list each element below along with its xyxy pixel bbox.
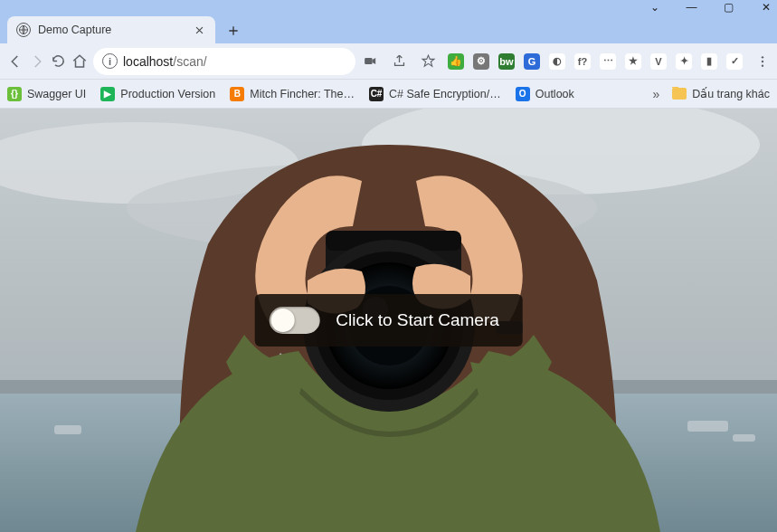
omnibox[interactable]: i localhost/scan/ bbox=[93, 48, 355, 75]
site-info-icon[interactable]: i bbox=[102, 53, 118, 69]
bookmarks-overflow-button[interactable]: » bbox=[652, 87, 659, 101]
extension-green-thumb[interactable]: 👍 bbox=[448, 53, 464, 70]
tabstrip: Demo Capture bbox=[0, 14, 777, 43]
toolbar-right: 👍⚙bwG◐f?⋯★V✦▮✓ bbox=[361, 52, 772, 71]
tab-title: Demo Capture bbox=[38, 24, 111, 36]
camera-toggle-label: Click to Start Camera bbox=[336, 310, 499, 330]
svg-point-3 bbox=[762, 60, 763, 62]
window-close-button[interactable]: ✕ bbox=[760, 2, 772, 14]
bookmark-star-icon[interactable] bbox=[419, 52, 437, 71]
extension-translate[interactable]: G bbox=[524, 53, 540, 70]
nav-home-button[interactable] bbox=[71, 49, 88, 74]
svg-rect-1 bbox=[365, 58, 373, 64]
extension-avast[interactable]: ✓ bbox=[726, 53, 743, 70]
bookmark-swagger-label: Swagger UI bbox=[27, 88, 86, 100]
extension-similarweb[interactable]: ◐ bbox=[549, 53, 565, 70]
extension-bw[interactable]: bw bbox=[498, 53, 515, 70]
omnibox-host: localhost bbox=[123, 54, 173, 69]
bookmark-csharp-icon: C# bbox=[369, 87, 384, 101]
other-bookmarks[interactable]: Dấu trang khác bbox=[672, 87, 770, 100]
camera-toggle[interactable] bbox=[269, 307, 319, 334]
share-icon[interactable] bbox=[390, 52, 408, 71]
bookmark-mitch-icon: B bbox=[230, 87, 244, 101]
tab-close-button[interactable] bbox=[192, 23, 206, 37]
extension-wappalyzer[interactable]: f? bbox=[574, 53, 591, 70]
bookmark-outlook-icon: O bbox=[516, 87, 530, 101]
svg-point-2 bbox=[762, 56, 763, 58]
omnibox-url: localhost/scan/ bbox=[123, 54, 207, 69]
bookmark-mitch-label: Mitch Fincher: The… bbox=[250, 88, 355, 100]
nav-forward-button[interactable] bbox=[29, 49, 45, 74]
bookmark-mitch[interactable]: BMitch Fincher: The… bbox=[230, 87, 355, 101]
bookmark-swagger[interactable]: {}Swagger UI bbox=[7, 87, 86, 101]
camera-toggle-panel: Click to Start Camera bbox=[254, 294, 523, 347]
chrome-menu-button[interactable] bbox=[753, 52, 772, 71]
window-minimize-button[interactable]: — bbox=[686, 2, 697, 14]
toolbar: i localhost/scan/ 👍⚙bwG◐f?⋯★V✦▮✓ bbox=[0, 43, 777, 80]
svg-rect-13 bbox=[733, 434, 755, 442]
nav-back-button[interactable] bbox=[7, 49, 24, 74]
bookmark-csharp[interactable]: C#C# Safe Encryption/… bbox=[369, 87, 501, 101]
bookmark-prod-label: Production Version bbox=[120, 88, 215, 100]
bookmark-outlook-label: Outlook bbox=[535, 88, 574, 100]
tab-active[interactable]: Demo Capture bbox=[7, 16, 215, 43]
extension-dots[interactable]: ⋯ bbox=[600, 53, 616, 70]
window-titlebar: ⌄ — ▢ ✕ bbox=[0, 0, 777, 14]
extension-panel[interactable]: ▮ bbox=[701, 53, 717, 70]
bookmark-prod-icon: ▶ bbox=[100, 87, 115, 101]
camera-indicator-icon[interactable] bbox=[361, 52, 379, 71]
window-chevron-icon[interactable]: ⌄ bbox=[649, 2, 660, 14]
bookmark-outlook[interactable]: OOutlook bbox=[516, 87, 574, 101]
omnibox-path: /scan/ bbox=[173, 54, 206, 69]
svg-point-4 bbox=[762, 64, 763, 66]
bookmark-prod[interactable]: ▶Production Version bbox=[100, 87, 215, 101]
svg-rect-11 bbox=[54, 425, 81, 434]
bookmark-csharp-label: C# Safe Encryption/… bbox=[389, 88, 501, 100]
svg-rect-12 bbox=[687, 421, 728, 432]
page-viewport: Click to Start Camera bbox=[0, 109, 777, 532]
window-maximize-button[interactable]: ▢ bbox=[723, 2, 734, 14]
extension-gear[interactable]: ⚙ bbox=[473, 53, 489, 70]
extension-puzzle[interactable]: ✦ bbox=[676, 53, 692, 70]
nav-reload-button[interactable] bbox=[51, 49, 66, 74]
new-tab-button[interactable] bbox=[221, 18, 246, 43]
bookmark-swagger-icon: {} bbox=[7, 87, 22, 101]
toggle-knob bbox=[270, 309, 294, 332]
bookmarks-bar: {}Swagger UI▶Production VersionBMitch Fi… bbox=[0, 80, 777, 109]
extension-vue[interactable]: V bbox=[650, 53, 667, 70]
folder-icon bbox=[672, 88, 687, 100]
other-bookmarks-label: Dấu trang khác bbox=[692, 87, 770, 100]
globe-icon bbox=[16, 23, 31, 37]
extensions-area: 👍⚙bwG◐f?⋯★V✦▮✓ bbox=[448, 53, 743, 70]
extension-star-orange[interactable]: ★ bbox=[625, 53, 641, 70]
